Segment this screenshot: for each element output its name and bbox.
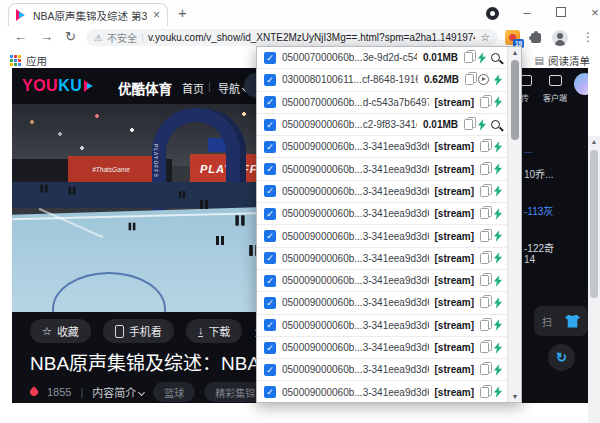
address-bar[interactable]: ⚠ 不安全 v.youku.com/v_show/id_XNTE2MzUyNjI…	[86, 29, 498, 46]
copy-icon[interactable]	[464, 119, 473, 130]
scroll-up-icon[interactable]: ▲	[588, 138, 600, 145]
item-checkbox[interactable]: ✓	[264, 275, 276, 287]
downloader-extension-icon[interactable]: 19	[505, 30, 520, 45]
nav-home-link[interactable]: 首页	[182, 80, 204, 96]
download-flash-icon[interactable]	[477, 52, 487, 64]
download-item-row: ✓ 050009000060b...3-341eea9d3d6d-00006.t…	[257, 225, 507, 247]
reload-icon[interactable]: ↻	[65, 29, 76, 44]
magnifier-icon[interactable]	[491, 53, 500, 62]
vertical-scroll-thumb[interactable]	[590, 150, 598, 298]
item-checkbox[interactable]: ✓	[264, 119, 276, 131]
download-flash-icon[interactable]	[493, 230, 503, 242]
copy-icon[interactable]	[480, 186, 489, 197]
browser-menu-icon[interactable]: ⋮	[582, 30, 594, 44]
browser-tab[interactable]: NBA原声集锦及综述 第3460集 ×	[8, 3, 168, 26]
item-checkbox[interactable]: ✓	[264, 74, 276, 86]
copy-icon[interactable]	[480, 253, 489, 264]
download-flash-icon[interactable]	[493, 185, 503, 197]
download-flash-icon[interactable]	[493, 208, 503, 220]
download-item-row: ✓ 050009000060b...3-341eea9d3d6d-00010.t…	[257, 315, 507, 337]
magnifier-icon[interactable]	[491, 120, 500, 129]
copy-icon[interactable]	[480, 320, 489, 331]
item-checkbox[interactable]: ✓	[264, 297, 276, 309]
favorite-button[interactable]: ☆ 收藏	[30, 319, 91, 343]
copy-icon[interactable]	[480, 387, 489, 398]
download-flash-icon[interactable]	[477, 119, 487, 131]
back-icon[interactable]: ←	[14, 29, 27, 44]
download-flash-icon[interactable]	[493, 319, 503, 331]
copy-icon[interactable]	[480, 208, 489, 219]
copy-icon[interactable]	[480, 164, 489, 175]
item-checkbox[interactable]: ✓	[264, 364, 276, 376]
item-checkbox[interactable]: ✓	[264, 208, 276, 220]
download-flash-icon[interactable]	[493, 386, 503, 398]
copy-icon[interactable]	[480, 297, 489, 308]
apps-shortcut[interactable]: 应用	[10, 53, 47, 68]
download-flash-icon[interactable]	[493, 342, 503, 354]
popup-scrollbar[interactable]: ▲ ▼	[507, 47, 521, 402]
download-flash-icon[interactable]	[493, 141, 503, 153]
copy-icon[interactable]	[464, 52, 473, 63]
item-checkbox[interactable]: ✓	[264, 386, 276, 398]
related-item-text[interactable]: -113灰	[524, 203, 553, 218]
tag-basketball[interactable]: 篮球	[153, 382, 195, 402]
profile-avatar-icon[interactable]	[552, 30, 568, 46]
popup-scroll-down-icon[interactable]: ▼	[508, 393, 522, 400]
scan-widget[interactable]: 扫	[534, 306, 588, 336]
copy-icon[interactable]	[465, 74, 474, 85]
bookmark-star-icon[interactable]: ☆	[480, 31, 490, 44]
related-item-text[interactable]: ...	[524, 144, 532, 155]
forward-icon[interactable]: →	[40, 29, 53, 44]
related-item-text[interactable]: 14	[524, 254, 535, 265]
copy-icon[interactable]	[480, 364, 489, 375]
item-checkbox[interactable]: ✓	[264, 163, 276, 175]
youku-logo[interactable]: YOUKU	[22, 77, 95, 95]
download-flash-icon[interactable]	[493, 364, 503, 376]
watch-on-phone-button[interactable]: 手机看	[103, 319, 174, 343]
player-figure-white	[129, 223, 136, 231]
play-icon[interactable]	[478, 74, 489, 85]
heat-count: 1855	[47, 386, 71, 398]
url-text[interactable]: v.youku.com/v_show/id_XNTE2MzUyNjI3Mg==.…	[148, 32, 475, 43]
replay-widget[interactable]: ↻	[548, 344, 575, 371]
copy-icon[interactable]	[480, 342, 489, 353]
item-checkbox[interactable]: ✓	[264, 96, 276, 108]
popup-scroll-thumb[interactable]	[511, 60, 519, 140]
vertical-scrollbar[interactable]: ▲ ▼	[588, 136, 600, 423]
item-filename: 050009000060b...3-341eea9d3d6d-00013.ts	[282, 387, 429, 398]
item-checkbox[interactable]: ✓	[264, 141, 276, 153]
download-flash-icon[interactable]	[493, 96, 503, 108]
download-flash-icon[interactable]	[493, 163, 503, 175]
download-flash-icon[interactable]	[493, 275, 503, 287]
new-tab-button[interactable]: +	[178, 4, 187, 21]
extensions-puzzle-icon[interactable]	[531, 33, 541, 43]
copy-icon[interactable]	[480, 231, 489, 242]
user-avatar[interactable]	[574, 73, 588, 95]
tab-close-icon[interactable]: ×	[153, 9, 160, 21]
reading-list-button[interactable]: ▤ 阅读清单	[535, 53, 590, 68]
item-checkbox[interactable]: ✓	[264, 319, 276, 331]
item-checkbox[interactable]: ✓	[264, 342, 276, 354]
window-close-button[interactable]: ×	[580, 0, 600, 24]
download-flash-icon[interactable]	[493, 74, 503, 86]
related-item-text[interactable]: -122奇	[524, 240, 554, 255]
window-maximize-button[interactable]	[546, 0, 576, 24]
download-flash-icon[interactable]	[493, 252, 503, 264]
item-actions	[480, 185, 503, 197]
download-item-row: ✓ 050009000060b...3-341eea9d3d6d-00011.t…	[257, 337, 507, 359]
sports-brand[interactable]: 优酷体育	[118, 78, 172, 98]
copy-icon[interactable]	[480, 141, 489, 152]
item-checkbox[interactable]: ✓	[264, 252, 276, 264]
content-intro-toggle[interactable]: 内容简介	[92, 384, 144, 400]
download-button[interactable]: ↓ 下载	[186, 319, 243, 343]
copy-icon[interactable]	[480, 275, 489, 286]
download-flash-icon[interactable]	[493, 297, 503, 309]
related-item-text[interactable]: 10乔...	[524, 166, 553, 181]
window-minimize-button[interactable]: –	[512, 0, 542, 24]
item-checkbox[interactable]: ✓	[264, 52, 276, 64]
item-checkbox[interactable]: ✓	[264, 185, 276, 197]
copy-icon[interactable]	[480, 97, 489, 108]
client-shortcut[interactable]: 客户端	[540, 72, 570, 103]
popup-scroll-up-icon[interactable]: ▲	[508, 49, 522, 56]
item-checkbox[interactable]: ✓	[264, 230, 276, 242]
